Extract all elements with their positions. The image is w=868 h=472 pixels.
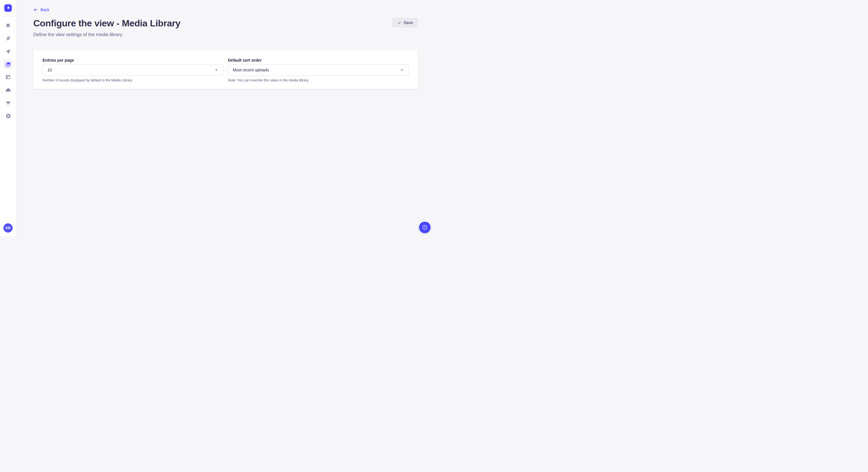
default-sort-order-value: Most recent uploads xyxy=(233,68,269,72)
sidebar-item-releases[interactable] xyxy=(3,47,12,56)
page-subtitle: Define the view settings of the media li… xyxy=(33,31,181,38)
home-icon xyxy=(5,23,11,28)
entries-per-page-field: Entries per page 10 Number of assets dis… xyxy=(42,58,223,82)
default-sort-order-hint: Note: You can override this value in the… xyxy=(228,78,409,82)
main-content: Back Configure the view - Media Library … xyxy=(17,0,434,236)
svg-text:?: ? xyxy=(424,226,426,229)
default-sort-order-label: Default sort order xyxy=(228,58,409,63)
entries-per-page-hint: Number of assets displayed by default in… xyxy=(42,78,223,82)
sidebar-item-content-type-builder[interactable] xyxy=(3,34,12,43)
sidebar-item-cloud[interactable] xyxy=(3,86,12,95)
back-label: Back xyxy=(40,7,50,12)
gear-icon xyxy=(5,113,11,119)
cart-icon xyxy=(5,100,11,106)
default-sort-order-select[interactable]: Most recent uploads xyxy=(228,64,409,76)
sidebar-item-media-library[interactable] xyxy=(3,60,12,69)
save-button[interactable]: Save xyxy=(393,18,418,27)
question-mark-icon: ? xyxy=(422,224,428,231)
view-settings-card: Entries per page 10 Number of assets dis… xyxy=(33,50,418,89)
images-icon xyxy=(5,61,11,67)
sidebar-item-home[interactable] xyxy=(3,21,12,30)
user-avatar[interactable]: KD xyxy=(3,224,12,233)
strapi-logo-button[interactable] xyxy=(4,4,12,12)
entries-per-page-select[interactable]: 10 xyxy=(42,64,223,76)
title-row: Configure the view - Media Library Defin… xyxy=(33,18,418,38)
strapi-logo-icon xyxy=(5,5,11,11)
sidebar-item-content-manager[interactable] xyxy=(3,72,12,82)
check-icon xyxy=(398,21,401,25)
back-link[interactable]: Back xyxy=(33,7,50,12)
feather-icon xyxy=(5,36,11,41)
logo-wrap xyxy=(0,0,16,16)
save-label: Save xyxy=(404,20,413,25)
sidebar-nav xyxy=(0,16,16,121)
sidebar-item-marketplace[interactable] xyxy=(3,98,12,107)
help-button[interactable]: ? xyxy=(419,222,431,233)
entries-per-page-label: Entries per page xyxy=(42,58,223,63)
sidebar: KD xyxy=(0,0,17,236)
title-block: Configure the view - Media Library Defin… xyxy=(33,18,181,38)
paper-plane-icon xyxy=(5,48,11,54)
page-title: Configure the view - Media Library xyxy=(33,18,181,29)
chevron-down-icon xyxy=(215,69,218,71)
chevron-down-icon xyxy=(400,69,403,71)
sidebar-item-settings[interactable] xyxy=(3,111,12,121)
entries-per-page-value: 10 xyxy=(48,68,52,72)
app-root: KD Back Configure the view - Media Libra… xyxy=(0,0,434,236)
arrow-left-icon xyxy=(33,7,38,12)
default-sort-order-field: Default sort order Most recent uploads N… xyxy=(228,58,409,82)
layout-icon xyxy=(5,74,11,80)
cloud-icon xyxy=(5,87,11,93)
